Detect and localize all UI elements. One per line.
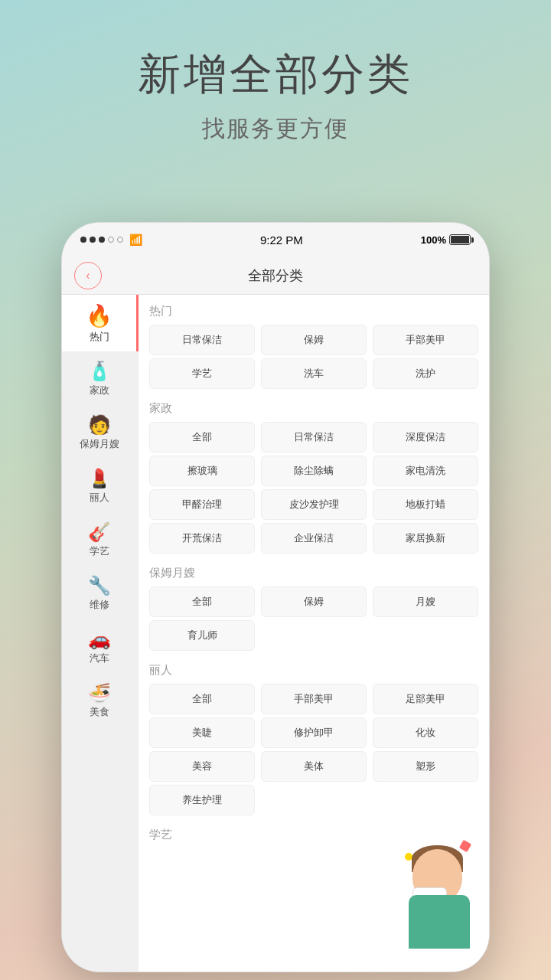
tag-jiadian[interactable]: 家电清洗 [373,456,478,486]
tag-meijie[interactable]: 美睫 [149,717,255,748]
tag-baomuyy-all[interactable]: 全部 [149,586,255,617]
sidebar-item-baomuyy[interactable]: 🧑 保姆月嫂 [62,405,139,459]
jiazh-row3: 甲醛治理 皮沙发护理 地板打蜡 [149,489,478,520]
tag-liren-all[interactable]: 全部 [149,684,255,714]
tag-meiti[interactable]: 美体 [261,751,367,782]
tag-jiaobu-nail[interactable]: 足部美甲 [373,684,478,714]
tag-jiazh-daily[interactable]: 日常保洁 [261,422,367,452]
page-header: 新增全部分类 找服务更方便 [0,0,551,168]
main-subtitle: 找服务更方便 [31,113,520,145]
sidebar-item-hot[interactable]: 🔥 热门 [62,295,139,351]
tag-suxing[interactable]: 塑形 [373,751,478,782]
back-button[interactable]: ‹ [74,262,102,289]
signal-dot-5 [117,237,123,243]
nav-title: 全部分类 [248,266,303,285]
section-title-jiazh: 家政 [149,392,478,422]
tag-baomuu[interactable]: 保姆 [261,325,367,355]
jiazh-row1: 全部 日常保洁 深度保洁 [149,422,478,452]
signal-area: 📶 [80,234,142,246]
weixiu-icon: 🔧 [88,577,111,595]
sidebar-label-liren: 丽人 [90,491,109,505]
tag-baomuu2[interactable]: 保姆 [261,586,367,617]
signal-dot-2 [90,237,96,243]
tag-daily-clean[interactable]: 日常保洁 [149,325,255,355]
nav-bar: ‹ 全部分类 [62,256,489,295]
confetti-1 [459,840,471,852]
tag-pisofa[interactable]: 皮沙发护理 [261,489,367,520]
tag-huazhuang[interactable]: 化妆 [373,717,478,748]
jiazh-row2: 擦玻璃 除尘除螨 家电清洗 [149,456,478,486]
tag-hand-nail[interactable]: 手部美甲 [373,325,478,355]
sidebar-label-meishi: 美食 [90,705,109,719]
section-title-liren: 丽人 [149,654,478,684]
liren-row4: 养生护理 [149,785,478,815]
section-title-hot: 热门 [149,295,478,325]
battery-icon [449,234,471,245]
jiazh-row4: 开荒保洁 企业保洁 家居换新 [149,523,478,554]
battery-area: 100% [421,234,471,246]
baomuyy-icon: 🧑 [88,416,111,434]
sidebar-item-liren[interactable]: 💄 丽人 [62,459,139,512]
sidebar: 🔥 热门 🧴 家政 🧑 保姆月嫂 💄 丽人 🎸 学艺 [62,295,139,972]
hot-tags-row1: 日常保洁 保姆 手部美甲 [149,325,478,355]
battery-fill [451,236,469,243]
signal-dot-3 [99,237,105,243]
tag-yangsheng[interactable]: 养生护理 [149,785,255,815]
sidebar-label-hot: 热门 [90,330,109,344]
tag-chuchenmang[interactable]: 除尘除螨 [261,456,367,486]
tag-xiche[interactable]: 洗车 [261,358,367,389]
hot-icon: 🔥 [86,305,112,327]
sidebar-item-weixiu[interactable]: 🔧 维修 [62,566,139,619]
mascot-torso [409,895,470,949]
liren-row1: 全部 手部美甲 足部美甲 [149,684,478,714]
wifi-icon: 📶 [129,234,142,246]
xueyi-icon: 🎸 [88,523,111,541]
baomuyy-row2: 育儿师 [149,620,478,651]
tag-xihu[interactable]: 洗护 [373,358,478,389]
sidebar-label-xueyi: 学艺 [90,544,109,558]
tag-yuesao[interactable]: 月嫂 [373,586,478,617]
baomuyy-row1: 全部 保姆 月嫂 [149,586,478,617]
signal-dot-1 [80,237,86,243]
tag-jiaquan[interactable]: 甲醛治理 [149,489,255,520]
tag-shoubu-nail[interactable]: 手部美甲 [261,684,367,714]
tag-meirong[interactable]: 美容 [149,751,255,782]
tag-yuer[interactable]: 育儿师 [149,620,255,651]
sidebar-label-weixiu: 维修 [90,598,109,612]
liren-icon: 💄 [88,469,111,488]
sidebar-item-qiche[interactable]: 🚗 汽车 [62,619,139,673]
phone-mockup: 📶 9:22 PM 100% ‹ 全部分类 🔥 热门 [61,222,490,972]
sidebar-item-jiazh[interactable]: 🧴 家政 [62,351,139,405]
tag-xueyi[interactable]: 学艺 [149,358,255,389]
tag-jiazh-deep[interactable]: 深度保洁 [373,422,478,452]
liren-row2: 美睫 修护卸甲 化妆 [149,717,478,748]
tag-xiugua[interactable]: 修护卸甲 [261,717,367,748]
tag-diban[interactable]: 地板打蜡 [373,489,478,520]
tag-jiazh-all[interactable]: 全部 [149,422,255,452]
background: 新增全部分类 找服务更方便 📶 9:22 PM 100% ‹ [0,0,551,168]
section-title-baomuyy: 保姆月嫂 [149,557,478,586]
status-bar: 📶 9:22 PM 100% [62,223,489,256]
battery-percent: 100% [421,234,446,246]
sidebar-label-jiazh: 家政 [90,384,109,397]
sidebar-label-qiche: 汽车 [90,652,109,665]
status-time: 9:22 PM [260,234,303,247]
mascot-body [382,841,474,956]
tag-kahuang[interactable]: 开荒保洁 [149,523,255,554]
qiche-icon: 🚗 [88,630,111,648]
liren-row3: 美容 美体 塑形 [149,751,478,782]
mascot-character [382,841,474,956]
tag-cabolio[interactable]: 擦玻璃 [149,456,255,486]
signal-dot-4 [108,237,114,243]
hot-tags-row2: 学艺 洗车 洗护 [149,358,478,389]
sidebar-label-baomuyy: 保姆月嫂 [80,437,119,451]
jiazh-icon: 🧴 [88,362,111,381]
tag-jiaju[interactable]: 家居换新 [373,523,478,554]
main-title: 新增全部分类 [31,46,520,104]
sidebar-item-meishi[interactable]: 🍜 美食 [62,673,139,727]
meishi-icon: 🍜 [88,684,111,702]
tag-qiye[interactable]: 企业保洁 [261,523,367,554]
sidebar-item-xueyi[interactable]: 🎸 学艺 [62,512,139,566]
